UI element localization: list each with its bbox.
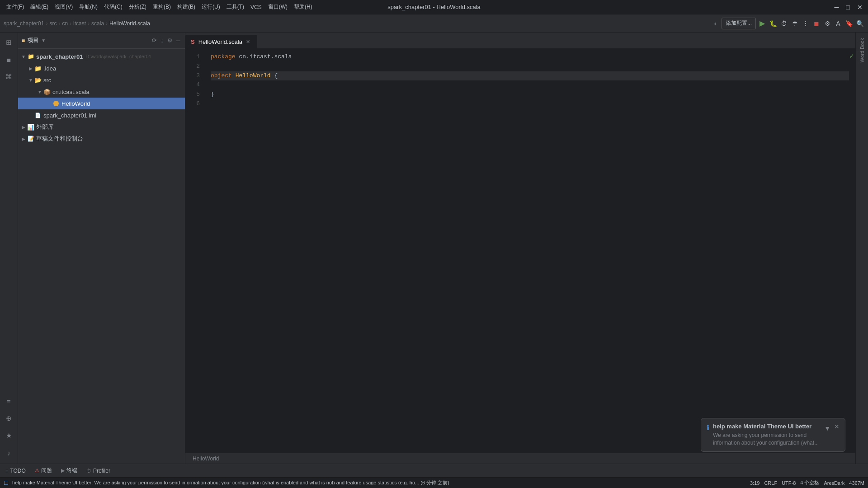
notification-close-icon[interactable]: ✕	[834, 423, 840, 430]
breadcrumb-src[interactable]: src	[49, 20, 57, 27]
menu-file[interactable]: 文件(F)	[4, 2, 27, 12]
class-name: HelloWorld	[236, 71, 271, 81]
right-gutter: ✓	[849, 49, 855, 453]
menu-tools[interactable]: 工具(T)	[224, 2, 247, 12]
coverage-icon[interactable]: ☂	[790, 19, 799, 28]
menu-help[interactable]: 帮助(H)	[291, 2, 315, 12]
tab-label: HelloWorld.scala	[198, 38, 242, 45]
menu-navigate[interactable]: 导航(N)	[76, 2, 100, 12]
tree-label-helloworld: HelloWorld	[61, 100, 90, 107]
breadcrumb-sep2: ›	[58, 20, 60, 27]
tree-chevron-root: ▼	[20, 53, 27, 60]
code-line-2	[211, 62, 849, 71]
profiler-button[interactable]: ⏱ Profiler	[85, 467, 112, 475]
sync-icon[interactable]: ⟳	[151, 36, 158, 45]
tree-label-iml: spark_chapter01.iml	[43, 112, 96, 119]
menu-vcs[interactable]: VCS	[248, 3, 264, 11]
editor-content[interactable]: 1 2 3 4 5 6 package cn.itcast.scala obje…	[185, 49, 855, 453]
tree-label-extlib: 外部库	[36, 123, 54, 131]
tree-chevron-hw	[45, 100, 52, 107]
menu-view[interactable]: 视图(V)	[52, 2, 75, 12]
left-icon-strip: ⊞ ■ ⌘ ≡ ⊕ ★ ♪	[0, 33, 18, 464]
run-icon[interactable]: ▶	[758, 19, 767, 28]
terminal-button[interactable]: ▶ 终端	[59, 466, 79, 475]
plugins-icon[interactable]: ♪	[1, 445, 17, 461]
more-run-icon[interactable]: ⋮	[801, 19, 810, 28]
status-memory[interactable]: 4367M	[849, 480, 864, 486]
bookmark-icon[interactable]: 🔖	[844, 19, 854, 28]
tree-item-src[interactable]: ▼ 📂 src	[18, 74, 185, 86]
tree-item-extlib[interactable]: ▶ 📊 外部库	[18, 121, 185, 133]
right-side-strip: Word Book	[855, 33, 868, 464]
package-path: cn.itcast.scala	[239, 52, 292, 62]
git-icon[interactable]: ≡	[1, 393, 17, 409]
notification-expand-icon[interactable]: ▼	[824, 425, 830, 432]
editor-area: S HelloWorld.scala ✕ 1 2 3 4 5 6 package…	[185, 33, 855, 464]
wordbook-label[interactable]: Word Book	[859, 36, 866, 64]
collapse-all-icon[interactable]: ↕	[160, 36, 165, 45]
terminal-icon: ▶	[61, 468, 65, 474]
maximize-button[interactable]: □	[844, 3, 852, 12]
stop-icon[interactable]: ◼	[812, 19, 821, 28]
menu-run[interactable]: 运行(U)	[199, 2, 223, 12]
search-everywhere-icon[interactable]: 🔍	[855, 19, 864, 28]
close-panel-icon[interactable]: ─	[175, 36, 181, 45]
profiler-label: Profiler	[93, 468, 110, 474]
menu-build[interactable]: 构建(B)	[175, 2, 198, 12]
tab-close-button[interactable]: ✕	[245, 38, 251, 45]
status-line-col[interactable]: 3:19	[750, 480, 760, 486]
helloworld-icon	[52, 100, 60, 107]
project-icon[interactable]: ⊞	[1, 34, 17, 51]
tree-item-package[interactable]: ▼ 📦 cn.itcast.scala	[18, 86, 185, 98]
tree-label-root: spark_chapter01	[36, 53, 83, 60]
breadcrumb-scala[interactable]: scala	[91, 20, 104, 27]
breadcrumb-sep5: ›	[106, 20, 108, 27]
breadcrumb-cn[interactable]: cn	[62, 20, 68, 27]
debug-icon[interactable]: 🐛	[769, 19, 778, 28]
status-theme[interactable]: AresDark	[824, 480, 845, 486]
problems-button[interactable]: ⚠ 问题	[33, 466, 54, 475]
top-toolbar: spark_chapter01 › src › cn › itcast › sc…	[0, 14, 868, 33]
profiler-icon: ⏱	[86, 468, 91, 474]
breadcrumb-itcast[interactable]: itcast	[73, 20, 86, 27]
settings-icon[interactable]: ⚙	[823, 19, 832, 28]
translate-icon[interactable]: A	[834, 19, 843, 28]
breadcrumb-project[interactable]: spark_chapter01	[4, 20, 44, 27]
bookmarks-icon[interactable]: ⌘	[1, 69, 17, 85]
tree-item-scratches[interactable]: ▶ 📝 草稿文件和控制台	[18, 133, 185, 145]
line-numbers: 1 2 3 4 5 6	[185, 49, 203, 453]
todo-button[interactable]: ≡ TODO	[4, 467, 28, 475]
menu-edit[interactable]: 编辑(E)	[28, 2, 51, 12]
profile-icon[interactable]: ⏱	[779, 19, 788, 28]
menu-window[interactable]: 窗口(W)	[265, 2, 290, 12]
code-line-4	[211, 80, 849, 90]
project-root-icon: 📁	[27, 53, 34, 60]
status-line-ending[interactable]: CRLF	[764, 480, 777, 486]
breadcrumb-file[interactable]: HelloWorld.scala	[109, 20, 150, 27]
menu-code[interactable]: 代码(C)	[101, 2, 125, 12]
favorites-icon[interactable]: ★	[1, 427, 17, 444]
minimize-button[interactable]: ─	[833, 3, 841, 12]
status-indent[interactable]: 4 个空格	[800, 479, 819, 486]
tree-item-helloworld[interactable]: HelloWorld	[18, 98, 185, 109]
structure-icon[interactable]: ■	[1, 52, 17, 68]
close-button[interactable]: ✕	[855, 3, 864, 12]
add-config-button[interactable]: 添加配置...	[722, 18, 756, 29]
tree-settings-icon[interactable]: ⚙	[166, 36, 174, 45]
notification-icon: ℹ	[707, 423, 709, 432]
tree-item-iml[interactable]: 📄 spark_chapter01.iml	[18, 109, 185, 121]
tree-item-root[interactable]: ▼ 📁 spark_chapter01 D:\work\java\spark_c…	[18, 51, 185, 62]
navigate-back-icon[interactable]: ‹	[711, 19, 720, 28]
project-dropdown-icon[interactable]: ▼	[41, 38, 46, 43]
run-panel-icon[interactable]: ⊕	[1, 410, 17, 427]
tree-label-src: src	[43, 77, 51, 84]
notification-popup: ℹ help make Material Theme UI better We …	[701, 418, 845, 452]
editor-tab-helloworld[interactable]: S HelloWorld.scala ✕	[185, 35, 257, 48]
idea-folder-icon: 📁	[34, 65, 42, 72]
code-area[interactable]: package cn.itcast.scala object HelloWorl…	[203, 49, 849, 453]
menu-analyze[interactable]: 分析(Z)	[126, 2, 149, 12]
tree-item-idea[interactable]: ▶ 📁 .idea	[18, 62, 185, 74]
status-encoding[interactable]: UTF-8	[782, 480, 796, 486]
extlib-icon: 📊	[27, 123, 34, 131]
menu-refactor[interactable]: 重构(B)	[150, 2, 174, 12]
